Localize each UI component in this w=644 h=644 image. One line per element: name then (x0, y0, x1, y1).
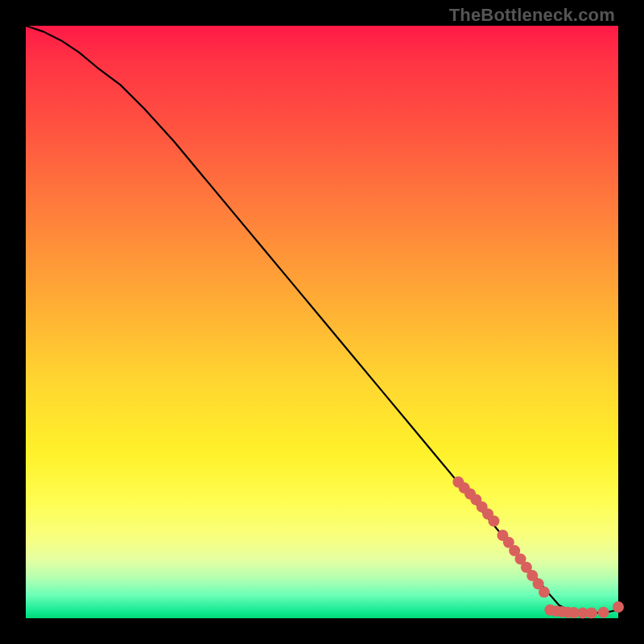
scatter-point (539, 587, 550, 598)
scatter-point (488, 515, 499, 526)
watermark-text: TheBottleneck.com (449, 5, 615, 26)
curve-path (26, 26, 618, 613)
chart-overlay (26, 26, 618, 618)
chart-frame: TheBottleneck.com (0, 0, 644, 644)
scatter-point (613, 601, 624, 613)
scatter-point (586, 607, 597, 618)
scatter-group (452, 477, 624, 619)
scatter-point (598, 607, 609, 618)
